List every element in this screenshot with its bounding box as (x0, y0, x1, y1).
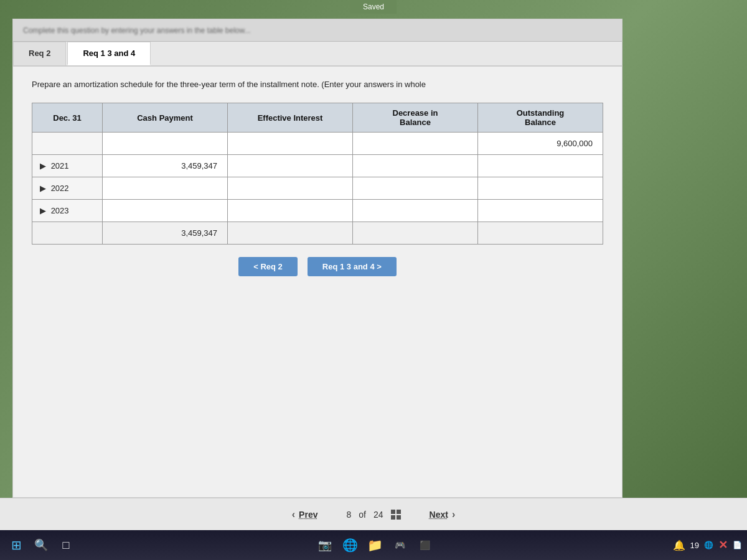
total-out-cell (478, 222, 603, 245)
total-label-cell (32, 222, 103, 245)
out-2023-cell[interactable] (478, 200, 603, 222)
grid-cell-2 (397, 510, 401, 514)
table-row: ▶ 2023 (32, 200, 603, 222)
notification-icon[interactable]: 🔔 (673, 539, 685, 551)
grid-view-icon[interactable] (391, 510, 401, 520)
page-current-number: 8 (346, 510, 351, 520)
out-2022-input[interactable] (478, 177, 603, 199)
dec-2021-cell[interactable] (353, 155, 478, 177)
inner-nav-buttons: < Req 2 Req 1 3 and 4 > (32, 257, 603, 276)
initial-eff-cell (228, 133, 353, 155)
year-2021-cell: ▶ 2021 (32, 155, 103, 177)
total-eff-input[interactable] (228, 222, 352, 244)
tab-req2[interactable]: Req 2 (13, 42, 66, 65)
grid-cell-4 (397, 515, 401, 520)
close-icon[interactable]: ✕ (718, 538, 728, 552)
eff-2022-cell[interactable] (228, 177, 353, 200)
eff-2021-input[interactable] (228, 155, 352, 177)
search-taskbar-icon[interactable]: 🔍 (30, 534, 52, 556)
next-label-text: Next (430, 510, 448, 520)
year-2022-cell: ▶ 2022 (32, 177, 103, 200)
dec-2022-input[interactable] (353, 177, 477, 199)
tab-req1-3-4[interactable]: Req 1 3 and 4 (67, 42, 151, 65)
saved-text: Saved (363, 2, 384, 11)
cash-2023-input[interactable] (103, 200, 227, 222)
cash-2022-cell[interactable] (103, 177, 228, 200)
total-cash-cell: 3,459,347 (103, 222, 228, 245)
initial-cash-cell (103, 133, 228, 155)
initial-year-cell (32, 133, 103, 155)
camera-app-icon[interactable]: 📷 (314, 534, 336, 556)
arrow-icon-2023: ▶ (40, 206, 46, 215)
arrow-icon-2022: ▶ (40, 184, 46, 193)
dec-2023-input[interactable] (353, 200, 477, 222)
initial-balance-row: 9,600,000 (32, 133, 603, 155)
saved-badge: Saved (350, 0, 397, 14)
dec-2022-cell[interactable] (353, 177, 478, 200)
taskview-icon[interactable]: □ (55, 534, 77, 556)
decrease-header-balance: Balance (400, 118, 431, 127)
page-info: 8 of 24 (346, 510, 400, 520)
amortization-table: Dec. 31 Cash Payment Effective Interest … (32, 103, 603, 245)
outstanding-header-line1: Outstanding (517, 108, 565, 118)
dec-2021-input[interactable] (353, 155, 477, 177)
initial-outstanding-value: 9,600,000 (478, 133, 603, 155)
prev-page-label: Prev (299, 510, 317, 520)
prev-req-button[interactable]: < Req 2 (238, 257, 298, 276)
bottom-navigation: ‹ Prev 8 of 24 Next › (0, 498, 747, 530)
page-total-number: 24 (374, 510, 383, 520)
chrome-icon[interactable]: 🌐 (704, 541, 713, 549)
out-2021-cell[interactable] (478, 155, 603, 177)
cash-2021-value: 3,459,347 (181, 161, 217, 170)
year-2023-label: 2023 (51, 206, 69, 215)
next-req-button[interactable]: Req 1 3 and 4 > (308, 257, 397, 276)
main-content-area: Complete this question by entering your … (12, 19, 622, 498)
cash-2023-cell[interactable] (103, 200, 228, 222)
terminal-icon[interactable]: ⬛ (413, 534, 436, 556)
next-page-label: Next (430, 510, 448, 520)
col-header-effective-interest: Effective Interest (228, 103, 353, 133)
cash-2021-cell: 3,459,347 (103, 155, 228, 177)
prev-label-text: Prev (299, 510, 317, 520)
col-header-cash-payment: Cash Payment (103, 103, 228, 133)
edge-browser-icon[interactable]: 🌐 (339, 534, 361, 556)
out-2021-input[interactable] (478, 155, 603, 177)
cash-2022-input[interactable] (103, 177, 227, 199)
total-eff-cell[interactable] (228, 222, 353, 245)
taskbar: ⊞ 🔍 □ 📷 🌐 📁 🎮 ⬛ 🔔 19 🌐 ✕ 📄 (0, 530, 747, 560)
eff-2023-cell[interactable] (228, 200, 353, 222)
initial-dec-cell (353, 133, 478, 155)
top-header-bar: Complete this question by entering your … (13, 19, 622, 42)
eff-2021-cell[interactable] (228, 155, 353, 177)
table-row: ▶ 2022 (32, 177, 603, 200)
acrobat-icon[interactable]: 📄 (733, 541, 742, 549)
year-2023-cell: ▶ 2023 (32, 200, 103, 222)
total-dec-cell[interactable] (353, 222, 478, 245)
prev-page-button[interactable]: ‹ Prev (282, 504, 328, 525)
col-header-decrease-balance: Decrease in Decrease in Balance Balance (353, 103, 478, 133)
eff-2022-input[interactable] (228, 177, 352, 199)
table-row: ▶ 2021 3,459,347 (32, 155, 603, 177)
eff-2023-input[interactable] (228, 200, 352, 222)
header-blur-text: Complete this question by entering your … (23, 26, 251, 35)
prev-req-label: < Req 2 (253, 262, 283, 271)
content-area: Prepare an amortization schedule for the… (13, 67, 622, 497)
prev-arrow-icon: ‹ (292, 509, 295, 520)
total-row: 3,459,347 (32, 222, 603, 245)
dec-2023-cell[interactable] (353, 200, 478, 222)
year-2022-label: 2022 (51, 184, 69, 193)
grid-cell-3 (391, 515, 395, 520)
page-of-text: of (359, 510, 366, 520)
next-page-button[interactable]: Next › (420, 504, 466, 525)
out-2022-cell[interactable] (478, 177, 603, 200)
total-cash-value: 3,459,347 (181, 228, 217, 238)
total-dec-input[interactable] (353, 222, 477, 244)
out-2023-input[interactable] (478, 200, 603, 222)
col-header-outstanding-balance: Outstanding Balance (478, 103, 603, 133)
start-menu-icon[interactable]: ⊞ (5, 534, 27, 556)
year-2021-label: 2021 (51, 161, 69, 170)
decrease-header-line1: Decrease in (393, 108, 438, 118)
steam-icon[interactable]: 🎮 (388, 534, 411, 556)
file-explorer-icon[interactable]: 📁 (364, 534, 386, 556)
clock-display: 19 (690, 541, 699, 550)
